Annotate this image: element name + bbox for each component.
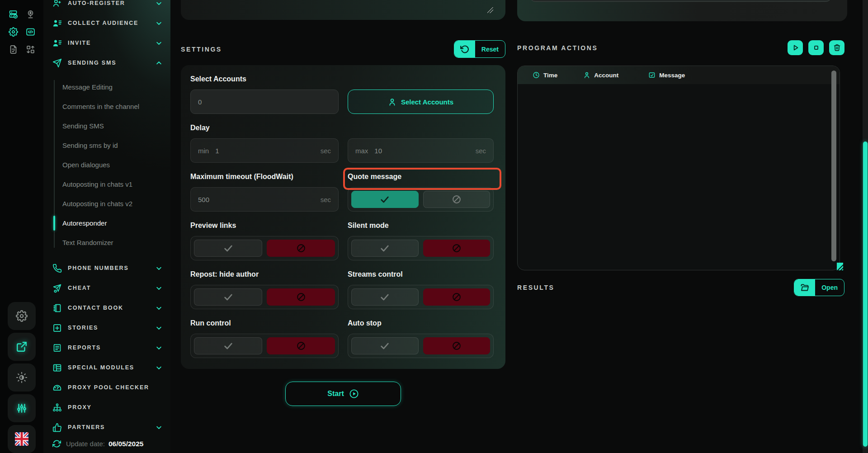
toggle-yes-button[interactable]	[351, 288, 419, 306]
open-label: Open	[815, 279, 844, 296]
reset-icon-box	[454, 41, 475, 57]
gauge-icon	[52, 383, 62, 392]
code-window-icon[interactable]	[26, 27, 35, 37]
sidebar-item-special-modules[interactable]: SPECIAL MODULES	[43, 358, 170, 378]
table-resize-grip[interactable]	[837, 263, 843, 270]
webcam-user-icon[interactable]	[26, 9, 35, 19]
toggle-no-button[interactable]	[423, 288, 491, 306]
submenu-item-autoposting-v1[interactable]: Autoposting in chats v1	[43, 175, 170, 194]
page-scrollbar-track[interactable]	[863, 0, 868, 453]
streams-control-toggle	[348, 285, 494, 309]
sidebar-item-invite[interactable]: INVITE	[43, 33, 170, 53]
sidebar-item-label: STORIES	[68, 325, 156, 331]
gear-icon[interactable]	[9, 27, 18, 37]
uk-flag-icon	[15, 432, 28, 446]
clear-button[interactable]	[829, 40, 844, 55]
program-textarea[interactable]	[530, 0, 831, 2]
ban-icon	[450, 194, 463, 204]
submenu-item-open-dialogues[interactable]: Open dialogues	[43, 155, 170, 175]
toggle-yes-button[interactable]	[194, 337, 262, 354]
paper-plane-dot-icon	[52, 283, 62, 293]
start-button[interactable]: Start	[285, 382, 401, 406]
theme-toggle-button[interactable]	[8, 363, 36, 392]
toggle-no-button[interactable]	[423, 240, 491, 257]
submenu-item-autoresponder[interactable]: Autoresponder	[43, 213, 170, 233]
submenu-item-message-editing[interactable]: Message Editing	[43, 77, 170, 97]
timeout-field: sec	[190, 187, 339, 212]
accounts-count-input[interactable]	[198, 98, 331, 106]
delay-min-input[interactable]	[215, 147, 316, 155]
toggle-yes-button[interactable]	[351, 191, 419, 208]
language-button[interactable]	[8, 425, 36, 453]
reset-button[interactable]: Reset	[454, 40, 505, 58]
sidebar-item-reports[interactable]: REPORTS	[43, 338, 170, 358]
sidebar-item-auto-register[interactable]: AUTO-REGISTER	[43, 0, 170, 13]
server-check-icon[interactable]	[9, 9, 18, 19]
open-results-button[interactable]: Open	[794, 279, 844, 296]
select-accounts-label: Select Accounts	[190, 75, 339, 85]
report-icon	[52, 343, 62, 353]
table-scrollbar-thumb[interactable]	[831, 71, 836, 261]
submenu-item-sending-sms-by-id[interactable]: Sending sms by id	[43, 136, 170, 155]
toggle-yes-button[interactable]	[194, 240, 262, 257]
phone-icon	[52, 264, 62, 273]
equalizer-button[interactable]	[8, 394, 36, 422]
preview-links-label: Preview links	[190, 222, 339, 231]
message-editor-card	[181, 0, 505, 20]
quote-message-toggle	[348, 187, 494, 212]
sidebar-item-label: INVITE	[68, 40, 156, 46]
timeout-input[interactable]	[198, 196, 317, 203]
sidebar-item-phone-numbers[interactable]: PHONE NUMBERS	[43, 258, 170, 278]
delay-min-prefix: min	[198, 147, 209, 155]
sidebar-item-label: AUTO-REGISTER	[68, 0, 156, 6]
toggle-yes-button[interactable]	[351, 337, 419, 354]
notebook-icon	[52, 303, 62, 313]
timeout-unit: sec	[321, 196, 331, 203]
user-plus-icon	[52, 0, 62, 8]
external-link-button[interactable]	[8, 333, 36, 361]
sidebar-item-collect-audience[interactable]: COLLECT AUDIENCE	[43, 13, 170, 33]
submenu-item-sending-sms[interactable]: Sending SMS	[43, 116, 170, 136]
select-accounts-button[interactable]: Select Accounts	[348, 90, 494, 114]
settings-button[interactable]	[8, 302, 36, 330]
network-icon	[52, 403, 62, 412]
run-button[interactable]	[788, 40, 803, 55]
sidebar-item-proxy-pool-checker[interactable]: PROXY POOL CHECKER	[43, 378, 170, 397]
document-check-icon[interactable]	[9, 45, 18, 54]
sidebar-item-stories[interactable]: STORIES	[43, 318, 170, 338]
stop-button[interactable]	[808, 40, 824, 55]
submenu-item-text-randomizer[interactable]: Text Randomizer	[43, 233, 170, 252]
sidebar-item-proxy[interactable]: PROXY	[43, 397, 170, 417]
column-account: Account	[583, 71, 618, 79]
reset-label: Reset	[475, 41, 505, 57]
submenu-item-comments-in-channel[interactable]: Comments in the channel	[43, 97, 170, 116]
toggle-no-button[interactable]	[267, 337, 335, 354]
check-icon	[222, 243, 235, 253]
sidebar-item-label: PARTNERS	[68, 424, 156, 430]
swap-boxes-icon[interactable]	[26, 45, 35, 54]
sidebar-item-contact-book[interactable]: CONTACT BOOK	[43, 298, 170, 318]
toggle-no-button[interactable]	[423, 191, 491, 208]
toggle-yes-button[interactable]	[194, 288, 262, 306]
check-icon	[222, 292, 235, 302]
delay-max-input[interactable]	[374, 147, 472, 155]
sidebar-item-label: PROXY POOL CHECKER	[68, 384, 162, 391]
submenu-item-autoposting-v2[interactable]: Autoposting in chats v2	[43, 194, 170, 213]
play-icon	[792, 44, 799, 52]
sidebar-item-partners[interactable]: PARTNERS	[43, 417, 170, 437]
delay-max-unit: sec	[476, 147, 486, 155]
refresh-icon[interactable]	[52, 439, 61, 448]
update-date-value: 06/05/2025	[108, 440, 144, 448]
plus-square-icon	[52, 323, 62, 333]
page-scrollbar-thumb[interactable]	[863, 142, 868, 447]
toggle-no-button[interactable]	[267, 288, 335, 306]
toggle-no-button[interactable]	[423, 337, 491, 354]
sidebar-item-cheat[interactable]: CHEAT	[43, 278, 170, 298]
toggle-no-button[interactable]	[267, 240, 335, 257]
textarea-resize-grip[interactable]	[487, 7, 493, 13]
ban-icon	[294, 341, 308, 351]
toggle-yes-button[interactable]	[351, 240, 419, 257]
accounts-count-field	[190, 90, 339, 114]
sidebar-item-sending-sms[interactable]: SENDING SMS	[43, 53, 170, 73]
program-actions-title: PROGRAM ACTIONS	[517, 44, 598, 52]
